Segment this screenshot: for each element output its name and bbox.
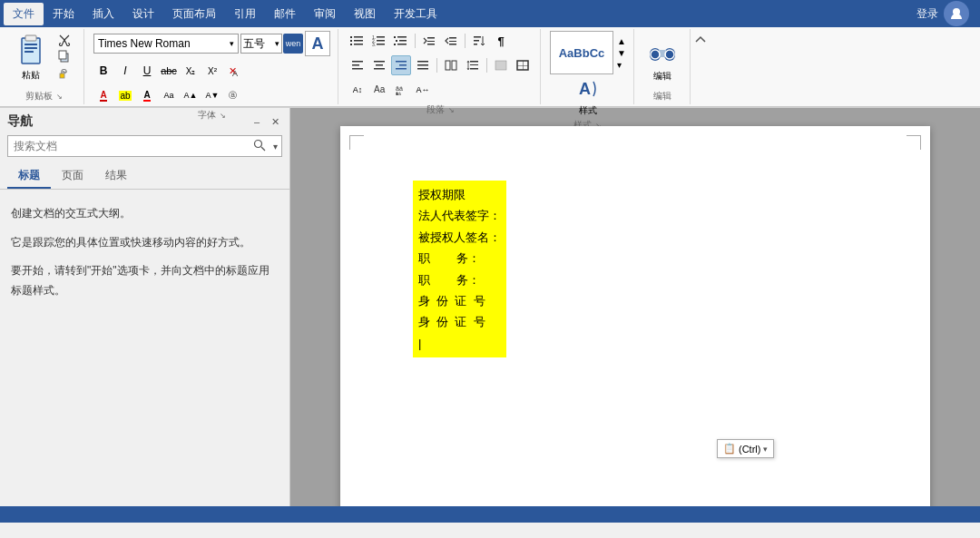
menu-insert[interactable]: 插入 [83,3,123,25]
paste-popup-icon: 📋 [723,443,736,455]
line-spacing-button[interactable] [463,55,483,75]
svg-rect-47 [396,68,407,70]
nav-tab-headings[interactable]: 标题 [7,164,51,189]
font-size-selector[interactable]: 五号▾ [240,34,282,54]
ribbon-collapse-button[interactable] [692,29,709,104]
login-area[interactable]: 登录 [916,1,976,26]
svg-rect-37 [474,40,479,42]
user-avatar[interactable] [944,1,969,26]
font-color-button[interactable]: A [93,85,113,105]
login-label[interactable]: 登录 [916,6,938,22]
style-button[interactable]: A 样式 [577,78,599,117]
svg-rect-48 [417,61,428,63]
bullet-list-button[interactable] [348,31,368,51]
bold-button[interactable]: B [93,61,113,81]
svg-rect-56 [495,61,506,70]
para-expand-icon[interactable]: ↘ [448,106,455,114]
menu-home[interactable]: 开始 [44,3,83,25]
nav-close-button[interactable]: ✕ [268,114,282,129]
underline-button[interactable]: U [137,61,157,81]
menu-design[interactable]: 设计 [123,3,163,25]
menu-file[interactable]: 文件 [4,3,44,25]
menu-mailings[interactable]: 邮件 [265,3,305,25]
paste-popup-arrow[interactable]: ▾ [763,445,768,454]
align-right-button[interactable] [391,55,411,75]
svg-text:ǎà: ǎà [396,91,401,96]
menu-references[interactable]: 引用 [225,3,265,25]
svg-rect-39 [352,61,363,63]
copy-button[interactable] [54,49,74,64]
font-size-up-button[interactable]: A▲ [181,85,201,105]
column-button[interactable] [441,55,461,75]
edit-label: 编辑 [653,70,671,83]
sort-button[interactable] [469,31,489,51]
paste-popup-label: (Ctrl) [739,444,760,455]
svg-rect-46 [399,64,407,66]
nav-hint-1: 创建文档的交互式大纲。 [11,204,279,224]
italic-button[interactable]: I [115,61,135,81]
style-down-button[interactable]: ▼ [617,48,626,58]
border-button[interactable] [513,55,533,75]
binoculars-button[interactable]: 编辑 [646,37,679,83]
char-spacing-button[interactable]: A↔ [413,80,433,100]
clipboard-expand-icon[interactable]: ↘ [56,93,63,101]
nav-tab-results[interactable]: 结果 [94,164,138,189]
highlight-button[interactable]: ab [115,85,135,105]
subscript-button[interactable]: X₂ [181,61,201,81]
increase-indent-button[interactable] [441,31,461,51]
clear-format-button[interactable]: ✕A [224,61,244,81]
menu-developer[interactable]: 开发工具 [385,3,446,25]
svg-rect-44 [374,68,385,70]
format-paint-button[interactable] [54,65,74,80]
numbered-list-button[interactable]: 1.2.3. [369,31,389,51]
font-expand-icon[interactable]: ↘ [220,112,226,120]
doc-area[interactable]: 授权期限 法人代表签字： 被授权人签名： 职 务： 职 务： 身 份 证 号 身… [290,108,980,506]
align-left-button[interactable] [348,55,368,75]
nav-pin-button[interactable]: – [250,114,264,129]
phonetic-button[interactable]: ⓐ [224,85,244,105]
search-dropdown-button[interactable]: ▾ [270,142,281,152]
font-bg-color-button[interactable]: A [137,85,157,105]
search-input[interactable] [8,140,250,152]
style-up-button[interactable]: ▲ [617,36,626,46]
chinese-layout-button[interactable]: Aa [369,80,389,100]
cut-button[interactable] [54,33,74,47]
edit-group-label: 编辑 [653,88,671,103]
font-size-down-button[interactable]: A▼ [202,85,222,105]
menu-pagelayout[interactable]: 页面布局 [163,3,225,25]
nav-hint-3: 要开始，请转到"开始"选项卡，并向文档中的标题应用标题样式。 [11,261,279,300]
align-center-button[interactable] [369,55,389,75]
style-more-button[interactable]: ▾ [617,60,626,70]
strikethrough-button[interactable]: abc [159,61,179,81]
menu-review[interactable]: 审阅 [305,3,345,25]
paste-popup[interactable]: 📋 (Ctrl) ▾ [717,439,774,458]
svg-rect-34 [449,41,456,42]
svg-rect-24 [394,36,396,38]
multilevel-list-button[interactable] [391,31,411,51]
search-icon[interactable] [250,139,270,154]
paragraph-group: 1.2.3. ¶ [340,29,541,104]
text-direction-button[interactable]: A↕ [348,80,368,100]
pinyin-button[interactable]: āáǎà [391,80,411,100]
shade-button[interactable] [491,55,511,75]
nav-tab-pages[interactable]: 页面 [51,164,94,189]
show-marks-button[interactable]: ¶ [491,31,511,51]
svg-rect-13 [354,36,363,38]
decrease-indent-button[interactable] [419,31,439,51]
big-a-button[interactable]: A [305,31,330,56]
menu-view[interactable]: 视图 [345,3,385,25]
style-preview-box[interactable]: AaBbCc [550,31,613,74]
change-case-button[interactable]: Aa [159,85,179,105]
svg-rect-15 [354,40,363,42]
align-justify-button[interactable] [413,55,433,75]
superscript-button[interactable]: X² [202,61,222,81]
svg-rect-53 [470,61,478,63]
svg-rect-51 [446,61,450,70]
doc-line-2: 法人代表签字： [418,205,501,226]
document-content: 授权期限 法人代表签字： 被授权人签名： 职 务： 职 务： 身 份 证 号 身… [413,181,506,357]
doc-line-3: 被授权人签名： [418,227,501,248]
font-name-selector[interactable]: Times New Roman▾ [93,34,239,54]
wen-button[interactable]: wen [283,34,303,54]
svg-point-69 [255,140,262,147]
paste-button[interactable]: 粘贴 [11,31,51,85]
